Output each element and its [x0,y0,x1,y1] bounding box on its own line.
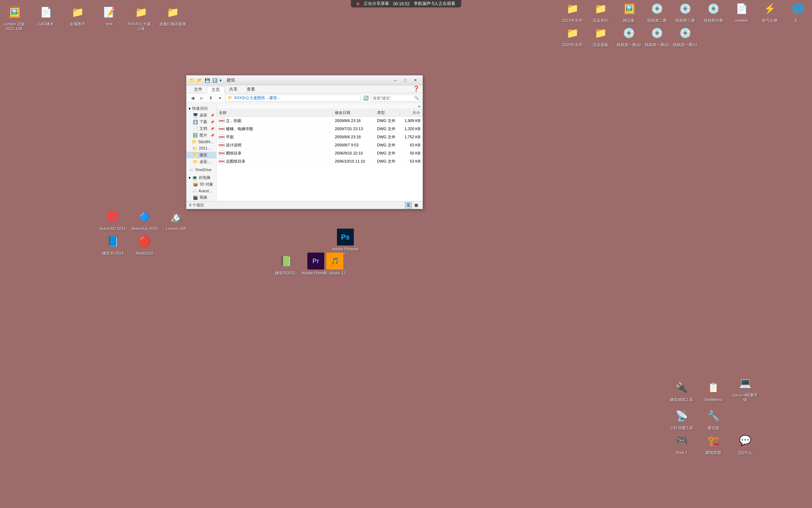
desktop-icon-cpuz[interactable]: 💻 cpu-z+4权重升级 [731,375,759,402]
sidebar-item-hash[interactable]: 📁 58e9f48dae5... [186,139,216,145]
desktop-icon-tian[interactable]: 🌐 天… [784,0,812,23]
search-wrapper: 🔍 [371,95,420,102]
desktop-icon-jianzhushu[interactable]: 📘 建筑书 2014 [99,233,127,256]
desktop-icon-adobe-ps[interactable]: Ps Adobe Photosho... [331,229,359,256]
search-input[interactable] [371,95,420,102]
table-row[interactable]: DWG 总图纸目录 2006/10/10 11:10 DWG 文件 53 KB [217,157,423,165]
desktop-icon-qq[interactable]: 💬 QQ什么 [731,432,759,455]
table-row[interactable]: DWG 图纸目录 2006/9/10 22:10 DWG 文件 50 KB [217,149,423,157]
documents-sidebar-icon: 📄 [193,126,198,131]
desktop-icon-jian-plugin[interactable]: 🔌 建筑辅助工具 [668,379,696,402]
desktop-icon-xuanrandibanp[interactable]: 📁 渲染底板 [586,24,615,47]
desktop-icon-untitled[interactable]: 📄 untitled [727,0,756,23]
desktop-icon-jiandiantui[interactable]: 🔧 建点推 [699,407,727,430]
sidebar-item-onedrive[interactable]: ☁️ OneDrive [186,167,216,173]
sidebar-item-2021[interactable]: 📁 2021年文件 [186,145,216,152]
back-button[interactable]: ◀ [189,94,196,102]
sidebar-section-header-quickaccess[interactable]: ▾ 快速访问 [186,105,216,112]
desktop-icon-jingpinj[interactable]: 🖼️ 精品集 [615,0,643,23]
up-icon: ⬆️ [212,78,217,83]
explorer-body: ▾ 快速访问 🖥️ 桌面 📌 ⬇️ 下载 📌 📄 [186,103,423,201]
desktop-icon-fl-studio[interactable]: 🎵 FL Studio 12 [321,253,349,276]
desktop-icon-xiangao1b[interactable]: 💿 线稿第一册(b) [643,24,671,47]
file-name: 楼梯、电梯详图 [226,126,253,132]
up-button[interactable]: ⬆ [207,94,215,102]
minimize-button[interactable]: ─ [391,77,400,84]
desktop-icon-jianlian[interactable]: 🏗️ 建筑联盟 [699,432,727,455]
col-header-name[interactable]: 名称 [217,109,333,116]
pin-icon-pictures: 📌 [210,134,214,137]
sidebar-item-3dobj[interactable]: 📦 3D 对象 [186,181,216,188]
file-date: 2006/9/10 22:10 [333,151,375,156]
desktop-icon-sketchup[interactable]: 🔷 SketchUp 2016 [130,208,159,231]
table-row[interactable]: DWG 立，剖面 2009/8/6 23:16 DWG 文件 1,909 KB [217,117,423,125]
untitled-label: untitled [735,18,748,23]
sidebar-item-jzhu[interactable]: 📁 建筑 [186,152,216,158]
sidebar-item-documents[interactable]: 📄 文档 📌 [186,125,216,132]
tian-label: 天… [794,18,802,23]
sidebar-item-pictures[interactable]: 🖼️ 图片 📌 [186,132,216,139]
desktop-icon-2021wenjian[interactable]: 📁 2021年文件 [558,0,586,23]
desktop-icon-xiangao1a[interactable]: 💿 线稿第一册(a) [615,24,643,47]
testmemo-label: TestMemo [705,398,722,402]
sidebar-item-desktop[interactable]: 🖥️ 桌面 📌 [186,112,216,119]
desktop-icon-dota2[interactable]: 🎮 Dota 2 [668,432,696,455]
recording-time: 00:16:52 [393,1,410,6]
maximize-button[interactable]: □ [401,77,410,84]
hash-sidebar-icon: 📁 [192,139,197,144]
recent-button[interactable]: ▾ [216,94,224,102]
col-header-size[interactable]: 大小 [400,109,423,116]
tab-share[interactable]: 共享 [224,86,242,93]
tab-file[interactable]: 文件 [189,86,207,93]
desktop-icon-testmemo[interactable]: 📋 TestMemo [699,379,727,402]
file-date: 2006/10/10 11:10 [333,159,375,164]
desktop-icon-xxx[interactable]: 📁 XXX办公大厦...上坡 [127,4,155,31]
desktop-icon-xiangao2[interactable]: 💿 线稿第二册 [643,0,671,23]
address-path[interactable]: 📁 XXX办公大厦图纸 › 建筑 › [225,95,361,102]
close-button[interactable]: ✕ [411,77,420,84]
revit-label: Revit2016 [136,251,153,256]
table-row[interactable]: DWG 设计说明 2009/8/7 9:53 DWG 文件 63 KB [217,141,423,149]
sidebar-item-video[interactable]: 🎬 视频 [186,194,216,201]
sidebar-item-wallpaper[interactable]: 📁 桌面壁纸 [186,158,216,165]
file-name: 平面 [226,134,234,140]
desktop-icon-arch2021[interactable]: 📗 建筑书2021 [271,253,300,276]
forward-button[interactable]: ▶ [198,94,205,102]
table-row[interactable]: DWG 楼梯、电梯详图 2009/7/31 23:13 DWG 文件 1,320… [217,125,423,133]
desktop-icon-electric-right[interactable]: ⚡ 电气右侧 [756,0,784,23]
sidebar-item-thispc-header[interactable]: ▾ 💻 此电脑 [186,174,216,181]
tab-home[interactable]: 主页 [207,86,224,93]
help-button[interactable]: ❓ [413,85,420,92]
col-header-type[interactable]: 类型 [375,109,400,116]
desktop-icon-xiangao3[interactable]: 💿 线稿第三册 [671,0,699,23]
desktop-icon-lumion10[interactable]: 🏔️ Lumion 100 [162,208,190,231]
sidebar-item-downloads[interactable]: ⬇️ 下载 📌 [186,119,216,125]
sidebar-item-autodesk360[interactable]: ☁️ Autodesk 360 [186,188,216,194]
desktop-icon-xiangao1c[interactable]: 💿 线稿第一册(c) [671,24,699,47]
desktop-icon-cad[interactable]: 📄 CAD建本 [32,4,60,26]
desktop-icon-test[interactable]: 📝 test [95,4,123,26]
desktop-icon-xiangao4[interactable]: 💿 线稿第四册 [699,0,727,23]
refresh-button[interactable]: 🔄 [362,94,370,102]
desktop-icon-folder2[interactable]: 📁 退魔幻修原版复 [159,4,187,26]
grid-view-button[interactable]: ▦ [413,202,420,208]
quick-access-icon: 📂 [197,78,203,83]
col-header-date[interactable]: 修改日期 [333,109,375,116]
arch2021-icon: 📗 [277,253,294,270]
xiangao3-icon: 💿 [677,0,694,17]
desktop-icon-revit[interactable]: 🔴 Revit2016 [130,233,159,256]
desktop-icon-folder1[interactable]: 📁 金属图书 [63,4,92,26]
desktop-icon-autocad[interactable]: 🅰 AutoCAD 2014 [99,208,127,231]
desktop-icon-chuanbo[interactable]: 📡 小红传播工具 [668,407,696,430]
file-size: 63 KB [400,143,423,147]
search-icon: 🔍 [414,96,419,100]
breadcrumb-part2[interactable]: 建筑 [269,95,277,101]
folder1-icon: 📁 [69,4,86,20]
table-row[interactable]: DWG 平面 2009/8/6 23:18 DWG 文件 1,752 KB [217,133,423,141]
list-view-button[interactable]: ☰ [405,202,412,208]
desktop-icon-lumion-prev[interactable]: 🖼️ Lumion 旧版2021.12B [0,4,28,31]
breadcrumb-part1[interactable]: XXX办公大厦图纸 [234,95,265,101]
tab-view[interactable]: 查看 [242,86,260,93]
desktop-icon-xuanranxilie[interactable]: 📁 渲染系列 [586,0,615,23]
desktop-icon-2020wenjian[interactable]: 📁 2020年文件 [558,24,586,47]
